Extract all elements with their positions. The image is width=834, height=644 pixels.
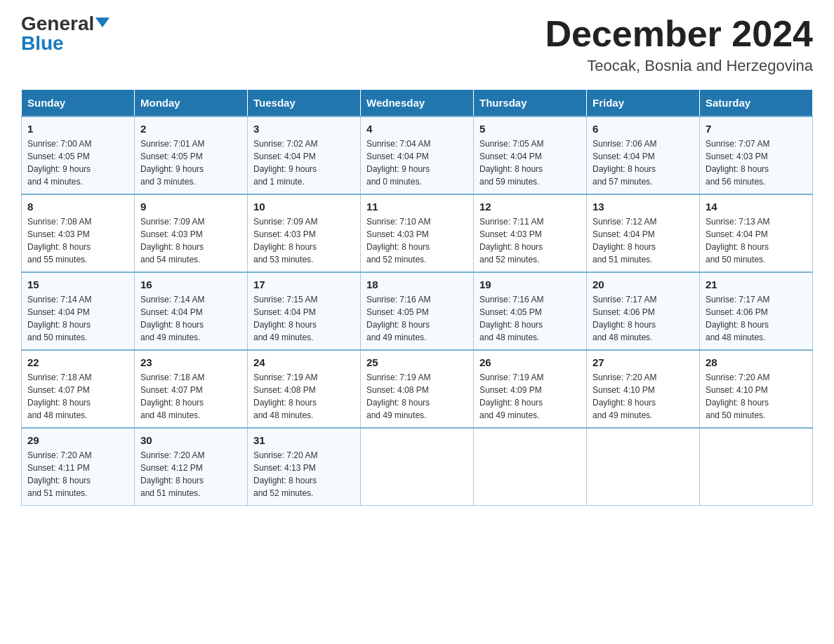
calendar-body: 1Sunrise: 7:00 AMSunset: 4:05 PMDaylight… bbox=[22, 116, 813, 506]
day-cell: 6Sunrise: 7:06 AMSunset: 4:04 PMDaylight… bbox=[587, 116, 700, 194]
day-info: Sunrise: 7:17 AMSunset: 4:06 PMDaylight:… bbox=[593, 293, 694, 344]
day-cell: 8Sunrise: 7:08 AMSunset: 4:03 PMDaylight… bbox=[22, 194, 135, 272]
day-info: Sunrise: 7:19 AMSunset: 4:08 PMDaylight:… bbox=[253, 371, 355, 422]
day-number: 15 bbox=[27, 279, 128, 290]
logo-blue-text: Blue bbox=[21, 34, 64, 53]
day-info: Sunrise: 7:18 AMSunset: 4:07 PMDaylight:… bbox=[140, 371, 241, 422]
day-info: Sunrise: 7:01 AMSunset: 4:05 PMDaylight:… bbox=[140, 137, 241, 188]
day-number: 11 bbox=[366, 201, 468, 213]
day-number: 24 bbox=[253, 356, 355, 368]
day-number: 16 bbox=[140, 279, 241, 290]
month-title: December 2024 bbox=[545, 14, 813, 54]
day-info: Sunrise: 7:06 AMSunset: 4:04 PMDaylight:… bbox=[593, 137, 694, 188]
day-info: Sunrise: 7:20 AMSunset: 4:12 PMDaylight:… bbox=[140, 449, 241, 499]
week-row-1: 1Sunrise: 7:00 AMSunset: 4:05 PMDaylight… bbox=[22, 116, 813, 194]
day-number: 7 bbox=[706, 123, 807, 135]
day-info: Sunrise: 7:04 AMSunset: 4:04 PMDaylight:… bbox=[366, 137, 468, 188]
day-number: 27 bbox=[593, 356, 694, 368]
day-number: 8 bbox=[27, 201, 128, 213]
page-header: General Blue December 2024 Teocak, Bosni… bbox=[21, 14, 813, 75]
day-info: Sunrise: 7:14 AMSunset: 4:04 PMDaylight:… bbox=[27, 293, 128, 344]
day-cell: 11Sunrise: 7:10 AMSunset: 4:03 PMDayligh… bbox=[361, 194, 474, 272]
day-cell: 9Sunrise: 7:09 AMSunset: 4:03 PMDaylight… bbox=[135, 194, 248, 272]
header-cell-thursday: Thursday bbox=[474, 90, 587, 117]
day-number: 31 bbox=[253, 434, 355, 446]
day-info: Sunrise: 7:20 AMSunset: 4:10 PMDaylight:… bbox=[706, 371, 807, 422]
day-info: Sunrise: 7:02 AMSunset: 4:04 PMDaylight:… bbox=[253, 137, 355, 188]
day-number: 12 bbox=[479, 201, 581, 213]
day-info: Sunrise: 7:16 AMSunset: 4:05 PMDaylight:… bbox=[479, 293, 581, 344]
day-info: Sunrise: 7:20 AMSunset: 4:10 PMDaylight:… bbox=[593, 371, 694, 422]
week-row-2: 8Sunrise: 7:08 AMSunset: 4:03 PMDaylight… bbox=[22, 194, 813, 272]
day-cell: 24Sunrise: 7:19 AMSunset: 4:08 PMDayligh… bbox=[248, 350, 361, 428]
day-cell: 17Sunrise: 7:15 AMSunset: 4:04 PMDayligh… bbox=[248, 272, 361, 350]
day-cell bbox=[361, 428, 474, 506]
day-cell: 13Sunrise: 7:12 AMSunset: 4:04 PMDayligh… bbox=[587, 194, 700, 272]
day-number: 6 bbox=[593, 123, 694, 135]
day-cell: 23Sunrise: 7:18 AMSunset: 4:07 PMDayligh… bbox=[135, 350, 248, 428]
logo-arrow-icon bbox=[95, 18, 110, 27]
logo-general-text: General bbox=[21, 14, 94, 34]
day-info: Sunrise: 7:14 AMSunset: 4:04 PMDaylight:… bbox=[140, 293, 241, 344]
day-cell: 16Sunrise: 7:14 AMSunset: 4:04 PMDayligh… bbox=[135, 272, 248, 350]
day-number: 5 bbox=[479, 123, 581, 135]
header-cell-wednesday: Wednesday bbox=[361, 90, 474, 117]
day-number: 9 bbox=[140, 201, 241, 213]
day-info: Sunrise: 7:18 AMSunset: 4:07 PMDaylight:… bbox=[27, 371, 128, 422]
day-info: Sunrise: 7:13 AMSunset: 4:04 PMDaylight:… bbox=[706, 215, 807, 266]
header-cell-sunday: Sunday bbox=[22, 90, 135, 117]
day-number: 1 bbox=[27, 123, 128, 135]
day-cell: 19Sunrise: 7:16 AMSunset: 4:05 PMDayligh… bbox=[474, 272, 587, 350]
day-number: 17 bbox=[253, 279, 355, 290]
day-cell bbox=[700, 428, 813, 506]
header-cell-saturday: Saturday bbox=[700, 90, 813, 117]
day-info: Sunrise: 7:12 AMSunset: 4:04 PMDaylight:… bbox=[593, 215, 694, 266]
day-number: 18 bbox=[366, 279, 468, 290]
day-cell: 3Sunrise: 7:02 AMSunset: 4:04 PMDaylight… bbox=[248, 116, 361, 194]
day-info: Sunrise: 7:00 AMSunset: 4:05 PMDaylight:… bbox=[27, 137, 128, 188]
day-cell: 15Sunrise: 7:14 AMSunset: 4:04 PMDayligh… bbox=[22, 272, 135, 350]
day-cell: 26Sunrise: 7:19 AMSunset: 4:09 PMDayligh… bbox=[474, 350, 587, 428]
header-row: SundayMondayTuesdayWednesdayThursdayFrid… bbox=[22, 90, 813, 117]
day-info: Sunrise: 7:08 AMSunset: 4:03 PMDaylight:… bbox=[27, 215, 128, 266]
day-cell: 28Sunrise: 7:20 AMSunset: 4:10 PMDayligh… bbox=[700, 350, 813, 428]
day-number: 22 bbox=[27, 356, 128, 368]
day-number: 23 bbox=[140, 356, 241, 368]
header-cell-tuesday: Tuesday bbox=[248, 90, 361, 117]
week-row-4: 22Sunrise: 7:18 AMSunset: 4:07 PMDayligh… bbox=[22, 350, 813, 428]
week-row-5: 29Sunrise: 7:20 AMSunset: 4:11 PMDayligh… bbox=[22, 428, 813, 506]
day-number: 10 bbox=[253, 201, 355, 213]
day-number: 29 bbox=[27, 434, 128, 446]
title-section: December 2024 Teocak, Bosnia and Herzego… bbox=[545, 14, 813, 75]
day-cell: 25Sunrise: 7:19 AMSunset: 4:08 PMDayligh… bbox=[361, 350, 474, 428]
day-cell bbox=[474, 428, 587, 506]
day-cell: 4Sunrise: 7:04 AMSunset: 4:04 PMDaylight… bbox=[361, 116, 474, 194]
day-info: Sunrise: 7:19 AMSunset: 4:09 PMDaylight:… bbox=[479, 371, 581, 422]
day-info: Sunrise: 7:11 AMSunset: 4:03 PMDaylight:… bbox=[479, 215, 581, 266]
header-cell-friday: Friday bbox=[587, 90, 700, 117]
day-cell: 5Sunrise: 7:05 AMSunset: 4:04 PMDaylight… bbox=[474, 116, 587, 194]
day-info: Sunrise: 7:10 AMSunset: 4:03 PMDaylight:… bbox=[366, 215, 468, 266]
day-cell: 7Sunrise: 7:07 AMSunset: 4:03 PMDaylight… bbox=[700, 116, 813, 194]
day-cell: 18Sunrise: 7:16 AMSunset: 4:05 PMDayligh… bbox=[361, 272, 474, 350]
week-row-3: 15Sunrise: 7:14 AMSunset: 4:04 PMDayligh… bbox=[22, 272, 813, 350]
calendar-header: SundayMondayTuesdayWednesdayThursdayFrid… bbox=[22, 90, 813, 117]
day-number: 2 bbox=[140, 123, 241, 135]
day-number: 19 bbox=[479, 279, 581, 290]
day-info: Sunrise: 7:20 AMSunset: 4:11 PMDaylight:… bbox=[27, 449, 128, 499]
day-info: Sunrise: 7:20 AMSunset: 4:13 PMDaylight:… bbox=[253, 449, 355, 499]
day-number: 14 bbox=[706, 201, 807, 213]
day-cell: 27Sunrise: 7:20 AMSunset: 4:10 PMDayligh… bbox=[587, 350, 700, 428]
location-title: Teocak, Bosnia and Herzegovina bbox=[545, 57, 813, 75]
day-cell: 30Sunrise: 7:20 AMSunset: 4:12 PMDayligh… bbox=[135, 428, 248, 506]
day-number: 28 bbox=[706, 356, 807, 368]
day-cell: 10Sunrise: 7:09 AMSunset: 4:03 PMDayligh… bbox=[248, 194, 361, 272]
logo: General Blue bbox=[21, 14, 110, 53]
day-cell: 22Sunrise: 7:18 AMSunset: 4:07 PMDayligh… bbox=[22, 350, 135, 428]
day-number: 21 bbox=[706, 279, 807, 290]
day-number: 3 bbox=[253, 123, 355, 135]
day-number: 13 bbox=[593, 201, 694, 213]
day-cell: 29Sunrise: 7:20 AMSunset: 4:11 PMDayligh… bbox=[22, 428, 135, 506]
day-cell: 12Sunrise: 7:11 AMSunset: 4:03 PMDayligh… bbox=[474, 194, 587, 272]
day-info: Sunrise: 7:15 AMSunset: 4:04 PMDaylight:… bbox=[253, 293, 355, 344]
